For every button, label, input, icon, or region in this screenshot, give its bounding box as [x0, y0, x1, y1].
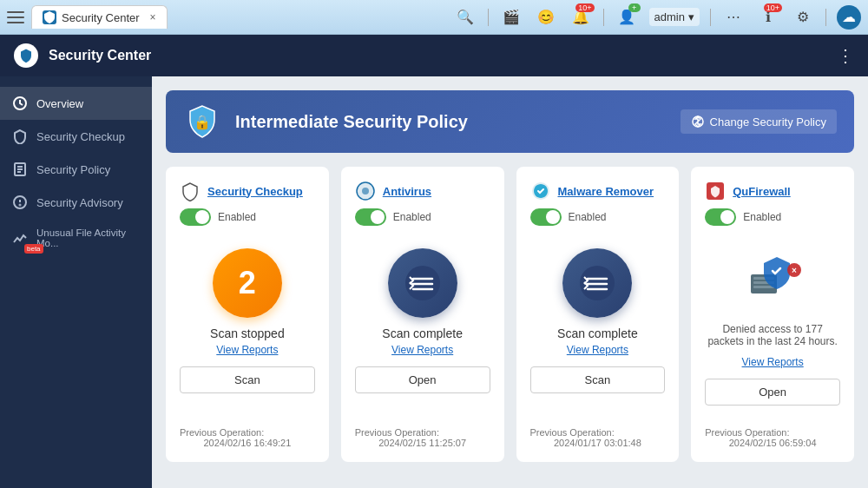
- security-checkup-status: Scan stopped: [210, 326, 285, 340]
- qufirewall-open-button[interactable]: Open: [705, 379, 840, 406]
- sidebar: Overview Security Checkup Security Polic…: [0, 76, 152, 488]
- antivirus-visual: [388, 248, 457, 318]
- tab-close-button[interactable]: ×: [150, 11, 156, 23]
- title-bar: Security Center × 🔍 🎬 😊 🔔 10+ 👤 + admin …: [0, 0, 868, 35]
- main-layout: Overview Security Checkup Security Polic…: [0, 76, 868, 488]
- malware-remover-toggle[interactable]: [530, 208, 562, 226]
- antivirus-enabled-label: Enabled: [393, 211, 431, 223]
- svg-point-7: [20, 205, 21, 206]
- security-checkup-scan-button[interactable]: Scan: [180, 366, 315, 393]
- sidebar-item-security-policy[interactable]: Security Policy: [0, 153, 152, 186]
- security-checkup-number: 2: [213, 248, 282, 318]
- change-security-policy-button[interactable]: Change Security Policy: [681, 109, 837, 134]
- sidebar-item-security-checkup[interactable]: Security Checkup: [0, 120, 152, 153]
- security-checkup-card-icon: [180, 181, 201, 201]
- settings-icon[interactable]: ⚙: [791, 5, 815, 30]
- tab-label: Security Center: [62, 11, 140, 24]
- malware-remover-card-title[interactable]: Malware Remover: [558, 185, 654, 198]
- malware-remover-prev-date: 2024/01/17 03:01:48: [554, 438, 641, 448]
- security-checkup-enabled-label: Enabled: [218, 211, 256, 223]
- add-user-icon[interactable]: 👤 +: [615, 5, 639, 30]
- security-checkup-prev-date: 2024/02/16 16:49:21: [203, 438, 291, 448]
- security-checkup-card-title[interactable]: Security Checkup: [207, 185, 303, 198]
- cloud-icon[interactable]: ☁: [837, 5, 861, 30]
- security-policy-icon: [12, 162, 28, 177]
- sidebar-item-security-advisory-label: Security Advisory: [36, 196, 123, 209]
- movie-icon[interactable]: 🎬: [499, 5, 523, 30]
- qufirewall-card-icon: [705, 181, 726, 201]
- tab-icon: [43, 10, 56, 24]
- sidebar-item-overview[interactable]: Overview: [0, 87, 152, 120]
- qufirewall-illustration: ×: [738, 248, 807, 309]
- sidebar-item-security-policy-label: Security Policy: [36, 163, 110, 176]
- malware-remover-view-reports[interactable]: View Reports: [567, 344, 628, 356]
- grid-icon[interactable]: ⋯: [721, 5, 746, 30]
- app-title: Security Center: [49, 48, 151, 63]
- search-icon[interactable]: 🔍: [453, 5, 477, 30]
- antivirus-open-button[interactable]: Open: [355, 366, 490, 393]
- sidebar-item-security-advisory[interactable]: Security Advisory: [0, 186, 152, 219]
- bell-icon[interactable]: 🔔 10+: [569, 5, 593, 30]
- antivirus-card-title[interactable]: Antivirus: [383, 185, 431, 198]
- malware-remover-card-icon: [530, 181, 551, 201]
- security-checkup-prev-op: Previous Operation:: [180, 427, 315, 438]
- security-checkup-icon: [12, 129, 28, 144]
- antivirus-view-reports[interactable]: View Reports: [391, 344, 453, 356]
- security-advisory-icon: [12, 195, 28, 210]
- security-center-tab[interactable]: Security Center ×: [31, 5, 168, 29]
- antivirus-prev-date: 2024/02/15 11:25:07: [378, 438, 466, 448]
- qufirewall-prev-date: 2024/02/15 06:59:04: [729, 438, 817, 448]
- sidebar-item-unusual-file[interactable]: Unusual File Activity Mo... beta: [0, 219, 152, 257]
- qufirewall-visual: × Denied access to 177 packets in the la…: [705, 248, 840, 347]
- content-area: 🔒 Intermediate Security Policy Change Se…: [152, 76, 868, 488]
- malware-remover-visual: [562, 248, 632, 318]
- qufirewall-toggle[interactable]: [705, 208, 736, 226]
- card-header-qufirewall: QuFirewall: [705, 181, 840, 201]
- security-checkup-toggle[interactable]: [180, 208, 211, 226]
- separator3: [710, 9, 711, 26]
- malware-remover-toggle-row: Enabled: [530, 208, 666, 226]
- antivirus-card: Antivirus Enabled: [341, 167, 504, 462]
- malware-remover-enabled-label: Enabled: [569, 211, 607, 223]
- cards-grid: Security Checkup Enabled 2 Scan stopped …: [166, 167, 854, 462]
- malware-remover-scan-button[interactable]: Scan: [530, 366, 666, 393]
- add-user-badge: +: [628, 3, 641, 12]
- info-icon[interactable]: ℹ 10+: [756, 5, 780, 30]
- qufirewall-view-reports[interactable]: View Reports: [742, 356, 804, 368]
- overview-icon: [12, 96, 28, 111]
- security-checkup-card: Security Checkup Enabled 2 Scan stopped …: [166, 167, 329, 462]
- user-menu[interactable]: admin ▾: [649, 8, 700, 26]
- security-checkup-view-reports[interactable]: View Reports: [216, 344, 278, 356]
- svg-text:×: ×: [792, 266, 797, 275]
- kebab-menu-button[interactable]: ⋮: [837, 45, 854, 66]
- user-label: admin: [654, 10, 685, 23]
- security-checkup-visual: 2: [213, 248, 282, 318]
- title-bar-left: Security Center ×: [7, 5, 168, 29]
- qufirewall-enabled-label: Enabled: [743, 211, 781, 223]
- policy-title: Intermediate Security Policy: [235, 112, 667, 132]
- antivirus-prev-op: Previous Operation:: [355, 427, 490, 438]
- sidebar-item-security-checkup-label: Security Checkup: [36, 130, 125, 143]
- card-header-malware-remover: Malware Remover: [530, 181, 666, 201]
- malware-remover-prev-op: Previous Operation:: [530, 427, 666, 438]
- separator4: [825, 9, 826, 26]
- malware-remover-card: Malware Remover Enabled: [516, 167, 680, 462]
- user-dropdown-arrow: ▾: [688, 10, 694, 23]
- app-header-right: ⋮: [837, 45, 854, 66]
- app-logo: [14, 43, 38, 68]
- antivirus-toggle-row: Enabled: [355, 208, 490, 226]
- malware-remover-status: Scan complete: [557, 326, 638, 340]
- svg-text:🔒: 🔒: [194, 114, 211, 130]
- qufirewall-denied-text: Denied access to 177 packets in the last…: [705, 323, 840, 347]
- antivirus-toggle[interactable]: [355, 208, 386, 226]
- sidebar-item-overview-label: Overview: [36, 97, 83, 110]
- svg-point-12: [362, 188, 369, 195]
- policy-shield-icon: 🔒: [183, 102, 221, 141]
- qufirewall-card-title[interactable]: QuFirewall: [733, 185, 790, 198]
- face-icon[interactable]: 😊: [534, 5, 558, 30]
- hamburger-menu[interactable]: [7, 11, 24, 23]
- antivirus-card-icon: [355, 181, 376, 201]
- app-header: Security Center ⋮: [0, 35, 868, 76]
- malware-remover-circle: [562, 248, 632, 318]
- beta-badge: beta: [24, 244, 43, 254]
